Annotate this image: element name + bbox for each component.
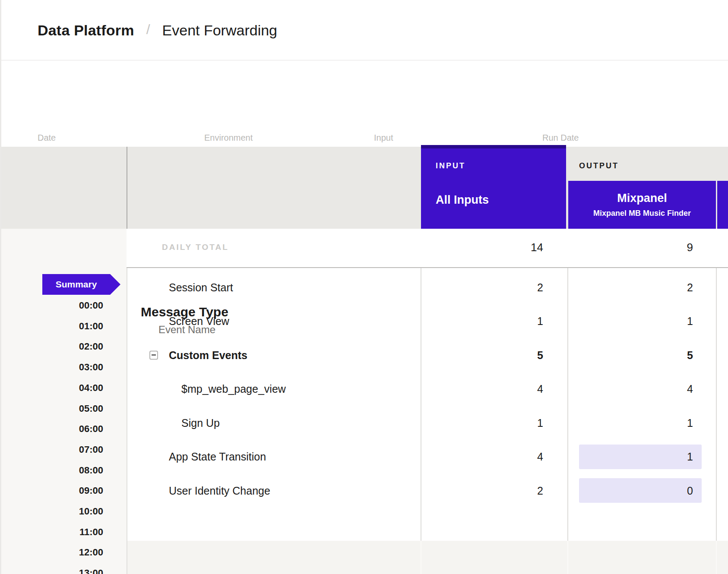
column-divider bbox=[716, 541, 717, 574]
table-row: App State Transition 4 1 bbox=[1, 440, 728, 474]
hour-item[interactable]: 11:00 bbox=[1, 522, 103, 542]
hour-item[interactable]: 08:00 bbox=[1, 460, 103, 481]
row-input-value: 4 bbox=[537, 383, 543, 395]
row-label: Screen View bbox=[169, 315, 229, 328]
empty-rows-band bbox=[127, 541, 728, 574]
daily-total-row: DAILY TOTAL 14 9 bbox=[127, 229, 728, 268]
hour-item[interactable]: 10:00 bbox=[1, 501, 103, 522]
hour-item[interactable]: 05:00 bbox=[1, 398, 103, 419]
output-column-subtitle: Mixpanel MB Music Finder bbox=[593, 209, 691, 218]
environment-filter-label: Environment bbox=[204, 133, 253, 143]
table-row: User Identity Change 2 0 bbox=[1, 473, 728, 508]
row-label: Sign Up bbox=[181, 416, 220, 429]
row-label: App State Transition bbox=[169, 451, 266, 463]
breadcrumb-bar: Data Platform / Event Forwarding bbox=[1, 0, 728, 60]
row-input-value: 1 bbox=[537, 315, 543, 328]
row-output-value: 1 bbox=[687, 416, 693, 429]
highlighted-output-cell bbox=[579, 478, 702, 503]
row-label: Custom Events bbox=[169, 349, 247, 361]
daily-total-output-value: 9 bbox=[687, 241, 693, 254]
hour-item[interactable]: 04:00 bbox=[1, 378, 103, 398]
hour-item[interactable]: 01:00 bbox=[1, 316, 103, 337]
output-column-name: Mixpanel bbox=[617, 192, 667, 205]
rail-divider bbox=[127, 147, 127, 229]
hour-item[interactable]: 09:00 bbox=[1, 480, 103, 501]
daily-total-label: DAILY TOTAL bbox=[162, 243, 229, 252]
row-input-value: 4 bbox=[537, 451, 543, 463]
table-row: Screen View 1 1 bbox=[1, 304, 728, 338]
hour-item[interactable]: 12:00 bbox=[1, 542, 103, 563]
hour-item[interactable]: 13:00 bbox=[1, 563, 103, 574]
row-label: Session Start bbox=[169, 281, 233, 293]
run-date-label: Run Date bbox=[542, 133, 579, 143]
hour-item[interactable]: 03:00 bbox=[1, 357, 103, 378]
next-output-column-partial bbox=[717, 181, 728, 229]
row-input-value: 1 bbox=[537, 416, 543, 429]
input-column-name: All Inputs bbox=[436, 193, 489, 207]
hours-list: 00:0001:0002:0003:0004:0005:0006:0007:00… bbox=[1, 0, 103, 574]
row-input-value: 5 bbox=[537, 349, 543, 361]
column-divider bbox=[421, 541, 421, 574]
input-filter-label: Input bbox=[374, 133, 393, 143]
row-output-value: 4 bbox=[687, 383, 693, 395]
input-group-label: INPUT bbox=[436, 161, 465, 170]
table-row: Custom Events 5 5 bbox=[1, 338, 728, 372]
row-output-value: 1 bbox=[687, 451, 693, 463]
hour-item[interactable]: 00:00 bbox=[1, 295, 103, 316]
row-input-value: 2 bbox=[537, 484, 543, 497]
row-output-value: 2 bbox=[687, 281, 693, 293]
row-label: User Identity Change bbox=[169, 484, 270, 497]
highlighted-output-cell bbox=[579, 445, 702, 469]
event-forwarding-page: Data Platform / Event Forwarding Date En… bbox=[0, 0, 728, 574]
row-output-value: 0 bbox=[687, 484, 693, 497]
output-column-header[interactable]: Mixpanel Mixpanel MB Music Finder bbox=[568, 181, 716, 229]
breadcrumb-separator: / bbox=[146, 22, 150, 38]
page-title: Event Forwarding bbox=[162, 22, 277, 39]
collapse-icon[interactable] bbox=[149, 350, 158, 360]
input-column-header[interactable]: INPUT All Inputs bbox=[421, 145, 566, 229]
hour-item[interactable]: 06:00 bbox=[1, 419, 103, 439]
table-row: $mp_web_page_view 4 4 bbox=[1, 372, 728, 406]
filters-bar: Date Environment Input Run Date 08/08/20… bbox=[1, 60, 728, 147]
output-group-label: OUTPUT bbox=[579, 161, 619, 170]
row-output-value: 5 bbox=[687, 349, 693, 361]
row-output-value: 1 bbox=[687, 315, 693, 328]
daily-total-input-value: 14 bbox=[531, 241, 543, 254]
column-divider bbox=[567, 541, 568, 574]
row-input-value: 2 bbox=[537, 281, 543, 293]
row-label: $mp_web_page_view bbox=[181, 383, 286, 395]
hour-item[interactable]: 02:00 bbox=[1, 336, 103, 357]
table-row: Sign Up 1 1 bbox=[1, 406, 728, 440]
hour-item[interactable]: 07:00 bbox=[1, 439, 103, 460]
